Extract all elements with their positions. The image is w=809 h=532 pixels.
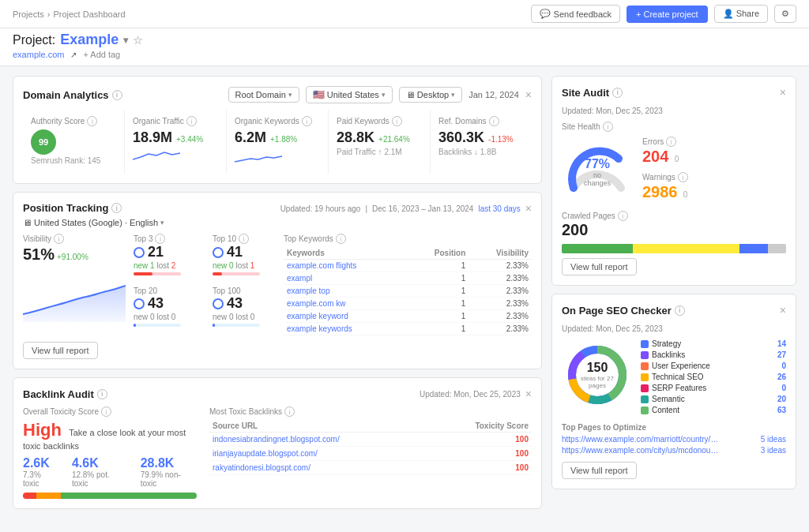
sa-pages-bar (562, 244, 786, 253)
kw-col-header: Keywords (284, 247, 408, 260)
top100-circle (213, 298, 224, 309)
ba-toxicity-info-icon: i (101, 406, 111, 417)
site-health-gauge: 77% no changes (562, 137, 633, 208)
device-filter[interactable]: 🖥 Desktop ▾ (399, 87, 462, 103)
pt-top100: Top 100 43 new 0 lost 0 (213, 287, 276, 327)
feedback-button[interactable]: 💬 Send feedback (531, 5, 620, 23)
pt-top10: Top 10 i 41 new 0 lost 1 (213, 234, 276, 275)
top10-info-icon: i (239, 234, 249, 244)
domain-analytics-card: Domain Analytics i Root Domain ▾ 🇺🇸 Unit… (13, 76, 542, 184)
op-legend-item: Technical SEO 26 (641, 373, 786, 381)
ba-toxic-info-icon: i (284, 406, 295, 417)
as-info-icon: i (87, 116, 97, 126)
breadcrumb-current: Project Dashboard (53, 9, 125, 19)
da-organic-traffic-metric: Organic Traffic i 18.9M +3.44% (125, 110, 227, 174)
pk-info-icon: i (392, 116, 402, 126)
chevron-down-icon4: ▾ (160, 219, 164, 227)
sa-view-full-button[interactable]: View full report (562, 258, 637, 275)
da-organic-keywords-metric: Organic Keywords i 6.2M +1.88% (227, 110, 329, 174)
op-donut-chart: 150 ideas for 27 pages (562, 339, 633, 410)
op-pages-list: https://www.example.com/marriott/country… (562, 435, 786, 455)
kw-table-row: example.com kw12.33% (284, 298, 532, 310)
user-icon: 👤 (723, 9, 734, 18)
sh-info-icon: i (603, 122, 613, 132)
share-button[interactable]: 👤 Share (714, 5, 768, 23)
top3-info-icon: i (155, 234, 165, 244)
star-icon[interactable]: ☆ (133, 34, 143, 47)
site-audit-card: Site Audit i × Updated: Mon, Dec 25, 202… (551, 76, 796, 286)
settings-button[interactable]: ⚙ (774, 5, 796, 23)
sa-info-icon: i (612, 88, 623, 98)
kw-table-row: example keywords12.33% (284, 323, 532, 335)
dropdown-arrow-icon[interactable]: ▾ (123, 35, 128, 46)
root-domain-filter[interactable]: Root Domain ▾ (228, 87, 299, 103)
breadcrumb-projects[interactable]: Projects (13, 9, 44, 19)
warn-info-icon: i (678, 172, 688, 182)
backlink-audit-card: Backlink Audit i Updated: Mon, Dec 25, 2… (13, 377, 542, 509)
toxic-backlink-row: indonesiabrandingnet.blogspot.com/100 (209, 433, 532, 447)
crawled-info-icon: i (618, 211, 628, 221)
da-authority-metric: Authority Score i 99 Semrush Rank: 145 (23, 110, 125, 174)
chevron-down-icon2: ▾ (382, 91, 386, 99)
comment-icon: 💬 (540, 9, 551, 19)
op-page-row: https://www.example.com/marriott/country… (562, 435, 786, 444)
da-close-icon[interactable]: × (525, 88, 532, 101)
kw-table-row: example top12.33% (284, 285, 532, 298)
pt-close-icon[interactable]: × (525, 202, 532, 215)
project-bar: Project: Example ▾ ☆ example.com ↗ + Add… (0, 28, 809, 66)
kw-table-row: example.com flights12.33% (284, 260, 532, 272)
add-tag-button[interactable]: + Add tag (83, 50, 120, 59)
sa-title: Site Audit i (562, 87, 623, 99)
ok-info-icon: i (302, 116, 312, 126)
topkw-info-icon: i (336, 234, 346, 244)
op-view-full-button[interactable]: View full report (562, 462, 637, 479)
create-project-button[interactable]: + Create project (627, 6, 708, 23)
vis-col-header: Visibility (468, 247, 532, 260)
op-legend-item: Content 63 (641, 406, 786, 414)
breadcrumb: Projects › Project Dashboard (13, 9, 126, 19)
kw-table-row: exampl12.33% (284, 272, 532, 285)
kw-table-row: example keyword12.33% (284, 310, 532, 323)
on-page-seo-card: On Page SEO Checker i × Updated: Mon, De… (551, 294, 796, 489)
pt-view-full-button[interactable]: View full report (23, 342, 98, 359)
vis-info-icon: i (54, 234, 64, 244)
source-url-header: Source URL (209, 420, 432, 433)
project-label: Project: (13, 33, 55, 47)
sa-errors: Errors i 204 0 (642, 137, 786, 166)
position-tracking-card: Position Tracking i Updated: 19 hours ag… (13, 192, 542, 369)
op-pages-label: Top Pages to Optimize (562, 423, 786, 432)
pos-col-header: Position (408, 247, 468, 260)
pt-top-keywords: Top Keywords i Keywords Position Visibil… (284, 234, 532, 335)
op-page-row: https://www.example.com/city/us/mcdonoug… (562, 446, 786, 455)
op-info-icon: i (675, 305, 685, 316)
op-close-icon[interactable]: × (780, 304, 786, 317)
da-paid-keywords-metric: Paid Keywords i 28.8K +21.64% Paid Traff… (329, 110, 431, 174)
pt-top20: Top 20 43 new 0 lost 0 (134, 287, 197, 327)
da-ref-domains-metric: Ref. Domains i 360.3K -1.13% Backlinks ↓… (431, 110, 532, 174)
pt-badge[interactable]: last 30 days (478, 204, 520, 213)
external-link-icon: ↗ (70, 51, 77, 59)
domain-link[interactable]: example.com (13, 50, 64, 59)
toxic-backlink-row: irianjayaupdate.blogspot.com/100 (209, 447, 532, 461)
chevron-down-icon: ▾ (288, 91, 292, 99)
da-date: Jan 12, 2024 (468, 90, 519, 99)
pt-location-filter[interactable]: 🖥 United States (Google) · English ▾ (23, 218, 532, 227)
op-legend-item: Semantic 20 (641, 395, 786, 403)
toxicity-progress-bar (23, 493, 197, 499)
authority-circle: 99 (31, 129, 56, 155)
ba-close-icon[interactable]: × (525, 388, 532, 400)
top3-circle (134, 247, 145, 258)
desktop-icon: 🖥 (406, 90, 415, 99)
da-info-icon: i (112, 90, 122, 100)
country-filter[interactable]: 🇺🇸 United States ▾ (306, 86, 393, 103)
top-header: Projects › Project Dashboard 💬 Send feed… (0, 0, 809, 28)
sa-crawled-value: 200 (562, 221, 786, 239)
ot-info-icon: i (186, 116, 197, 126)
rd-info-icon: i (489, 116, 499, 126)
sa-warnings: Warnings i 2986 0 (642, 172, 786, 201)
project-name: Example (60, 32, 119, 48)
op-legend-item: SERP Features 0 (641, 384, 786, 392)
toxicity-score-header: Toxicity Score (432, 420, 532, 433)
desktop-icon2: 🖥 (23, 218, 32, 227)
sa-close-icon[interactable]: × (780, 86, 786, 99)
